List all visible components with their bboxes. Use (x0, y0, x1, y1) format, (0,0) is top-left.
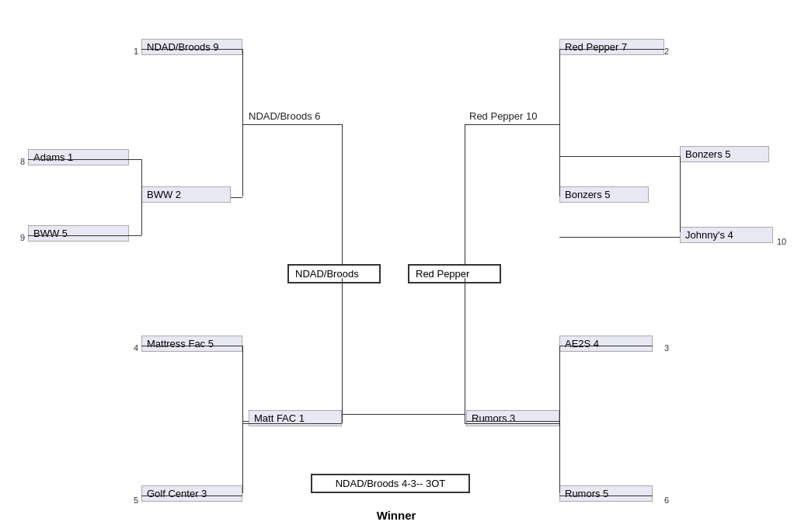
line-lq-bot-h2 (141, 495, 242, 496)
line-lq-top-h2 (28, 159, 141, 160)
line-lq-bot-v1 (242, 346, 243, 493)
seed-5: 5 (134, 495, 138, 505)
line-right-semi-h2 (465, 423, 559, 424)
final-result-box: NDAD/Broods 4-3-- 3OT (311, 474, 470, 493)
line-lq-top-v1 (242, 49, 243, 196)
line-rq-bot-h2 (559, 495, 653, 496)
line-lq-bot-h1 (141, 346, 242, 346)
label-red-pepper-semi-top: Red Pepper 10 (469, 110, 537, 122)
team-red-pepper-7: Red Pepper 7 (559, 39, 664, 55)
team-golf-center: Golf Center 3 (141, 485, 242, 502)
line-rq-bot-h1 (559, 346, 653, 346)
team-mattress-fac: Mattress Fac 5 (141, 336, 242, 352)
seed-10: 10 (777, 237, 786, 246)
line-lq-top-h4 (231, 197, 242, 198)
team-bww-5: BWW 5 (28, 225, 129, 242)
bracket-container: 1 NDAD/Broods 9 8 Adams 1 9 BWW 5 BWW 2 … (0, 0, 808, 532)
team-ae2s-4: AE2S 4 (559, 336, 653, 352)
seed-6: 6 (664, 495, 669, 505)
seed-3: 3 (664, 343, 669, 353)
team-johnnys-4: Johnny's 4 (680, 227, 773, 243)
line-rq-top-v1 (559, 49, 560, 196)
label-ndad-semi-top: NDAD/Broods 6 (249, 110, 320, 122)
line-final-left-v (342, 278, 343, 414)
line-rq-top-h1 (559, 49, 664, 50)
seed-8: 8 (20, 157, 25, 166)
team-ndad-broods-9: NDAD/Broods 9 (141, 39, 242, 55)
line-left-semi-h1 (242, 124, 342, 125)
line-lq-top-v2 (141, 159, 142, 235)
line-rq-top-h3 (559, 237, 680, 238)
winner-label: Winner (334, 509, 458, 522)
seed-9: 9 (20, 233, 25, 242)
line-lq-top-h3 (28, 235, 141, 236)
line-rq-top-h2 (559, 156, 680, 157)
team-rumors-5: Rumors 5 (559, 485, 653, 502)
line-right-semi-h1 (465, 124, 559, 125)
team-bonzers-5-winner: Bonzers 5 (559, 186, 649, 203)
line-rq-top-v2 (680, 156, 681, 232)
seed-4: 4 (134, 343, 138, 353)
seed-1: 1 (134, 47, 138, 56)
line-final-right-v (465, 278, 465, 414)
line-rq-bot-h3 (466, 421, 559, 422)
semi-left-box: NDAD/Broods (287, 264, 381, 283)
line-left-semi-h2 (242, 423, 342, 424)
team-bww-2: BWW 2 (141, 186, 231, 203)
semi-right-box: Red Pepper (408, 264, 501, 283)
line-lq-bot-h3 (242, 421, 249, 422)
line-lq-top-h1 (141, 49, 242, 50)
seed-2: 2 (664, 47, 669, 56)
line-rq-bot-v1 (559, 346, 560, 493)
team-bonzers-5-t7: Bonzers 5 (680, 146, 769, 162)
team-adams-1: Adams 1 (28, 149, 129, 165)
line-final-h (342, 414, 465, 415)
